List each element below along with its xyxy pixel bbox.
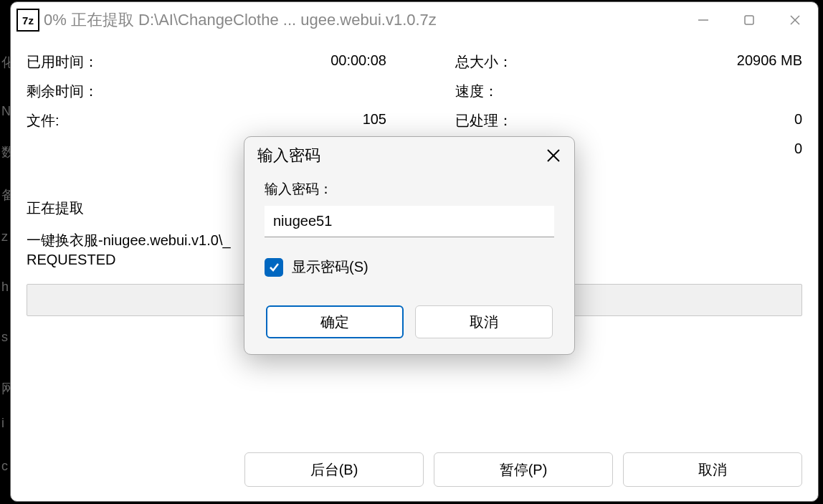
bg-partial: i bbox=[1, 416, 4, 431]
bg-partial: z bbox=[1, 229, 8, 244]
remaining-value bbox=[98, 82, 455, 101]
files-value: 105 bbox=[60, 111, 455, 130]
total-label: 总大小： bbox=[455, 52, 513, 72]
bg-partial: h bbox=[1, 280, 9, 295]
minimize-button[interactable] bbox=[680, 2, 726, 38]
processed-value: 0 bbox=[513, 111, 802, 130]
total-value: 20906 MB bbox=[513, 52, 802, 72]
show-password-row[interactable]: 显示密码(S) bbox=[265, 257, 554, 277]
show-password-label: 显示密码(S) bbox=[292, 257, 368, 277]
maximize-button[interactable] bbox=[726, 2, 772, 38]
dialog-body: 输入密码： 显示密码(S) 确定 取消 bbox=[244, 174, 574, 354]
password-label: 输入密码： bbox=[265, 180, 554, 199]
dialog-cancel-button[interactable]: 取消 bbox=[415, 305, 553, 338]
bg-partial: s bbox=[1, 330, 8, 345]
ok-button[interactable]: 确定 bbox=[266, 305, 404, 338]
show-password-checkbox[interactable] bbox=[265, 258, 283, 277]
dialog-buttons: 确定 取消 bbox=[265, 305, 554, 338]
speed-value bbox=[498, 82, 802, 101]
speed-label: 速度： bbox=[455, 82, 498, 101]
remaining-label: 剩余时间： bbox=[27, 82, 98, 101]
window-controls bbox=[680, 2, 818, 38]
bottom-buttons: 后台(B) 暂停(P) 取消 bbox=[244, 452, 802, 487]
password-dialog: 输入密码 输入密码： 显示密码(S) 确定 取消 bbox=[244, 136, 575, 355]
dialog-close-button[interactable] bbox=[543, 145, 564, 166]
svg-rect-1 bbox=[745, 16, 753, 24]
processed-label: 已处理： bbox=[455, 111, 513, 130]
titlebar: 7z 0% 正在提取 D:\AI\ChangeClothe ... ugee.w… bbox=[11, 2, 818, 38]
dialog-titlebar: 输入密码 bbox=[244, 137, 574, 174]
bg-partial: c bbox=[1, 459, 8, 474]
elapsed-label: 已用时间： bbox=[27, 52, 98, 72]
app-icon: 7z bbox=[16, 9, 39, 32]
cancel-button[interactable]: 取消 bbox=[623, 452, 802, 487]
password-input[interactable] bbox=[265, 206, 554, 237]
dialog-title: 输入密码 bbox=[257, 145, 543, 166]
files-label: 文件: bbox=[27, 111, 60, 130]
window-title: 0% 正在提取 D:\AI\ChangeClothe ... ugee.webu… bbox=[44, 9, 680, 31]
elapsed-value: 00:00:08 bbox=[98, 52, 455, 72]
close-button[interactable] bbox=[772, 2, 818, 38]
background-button[interactable]: 后台(B) bbox=[244, 452, 424, 487]
pause-button[interactable]: 暂停(P) bbox=[434, 452, 613, 487]
